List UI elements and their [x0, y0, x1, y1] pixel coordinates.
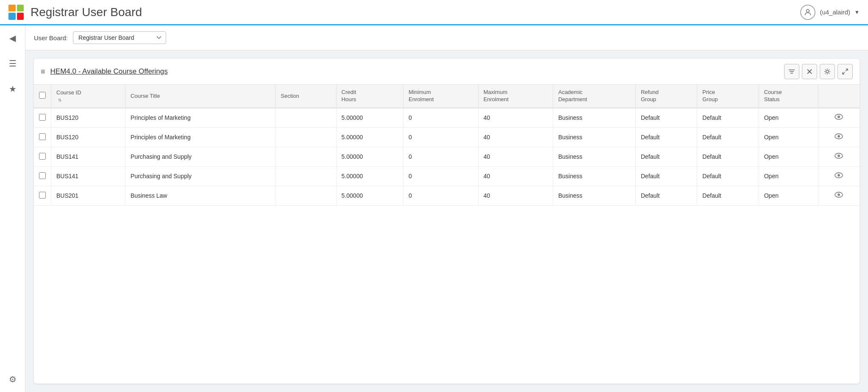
svg-point-0: [807, 9, 810, 12]
left-sidebar: ◀ ☰ ★ ⚙: [0, 25, 25, 392]
toolbar-buttons: [784, 64, 853, 79]
th-price-group: Price Group: [697, 85, 759, 108]
list-view-icon[interactable]: ≡: [41, 67, 45, 76]
cell-course-id-3: BUS141: [51, 166, 125, 186]
cell-min-enrolment-3: 0: [403, 166, 479, 186]
table-container: ≡ HEM4.0 - Available Course Offerings: [34, 59, 860, 384]
cell-refund-group-0: Default: [635, 108, 697, 128]
cell-credit-hours-3: 5.00000: [336, 166, 403, 186]
cell-course-id-1: BUS120: [51, 127, 125, 147]
th-min-enrolment: Minimum Enrolment: [403, 85, 479, 108]
th-section: Section: [275, 85, 336, 108]
th-max-enrolment-label1: Maximum: [484, 89, 548, 96]
user-avatar-icon[interactable]: [800, 5, 815, 20]
board-bar-label: User Board:: [34, 34, 68, 41]
row-checkbox-1[interactable]: [39, 133, 46, 140]
table-header-bar: ≡ HEM4.0 - Available Course Offerings: [34, 59, 860, 85]
logo-cell-orange: [8, 5, 16, 12]
svg-point-10: [837, 116, 840, 118]
expand-button[interactable]: [837, 64, 853, 79]
th-max-enrolment: Maximum Enrolment: [478, 85, 553, 108]
row-checkbox-4[interactable]: [39, 192, 46, 199]
th-course-status-label1: Course: [764, 89, 813, 96]
sidebar-menu-icon[interactable]: ☰: [4, 55, 21, 72]
cell-academic-dept-3: Business: [553, 166, 636, 186]
cell-min-enrolment-4: 0: [403, 186, 479, 205]
table-row: BUS141 Purchasing and Supply 5.00000 0 4…: [34, 166, 860, 186]
cell-price-group-1: Default: [697, 127, 759, 147]
row-checkbox-0[interactable]: [39, 114, 46, 121]
cell-price-group-3: Default: [697, 166, 759, 186]
settings-button[interactable]: [820, 64, 835, 79]
cell-course-title-0: Principles of Marketing: [125, 108, 275, 128]
th-max-enrolment-label2: Enrolment: [484, 96, 548, 103]
th-course-id-label: Course ID: [56, 89, 120, 97]
row-checkbox-2[interactable]: [39, 153, 46, 160]
cell-section-3: [275, 166, 336, 186]
view-row-icon-1[interactable]: [834, 133, 843, 141]
th-academic-dept-label2: Department: [558, 96, 630, 103]
course-id-sort-icon: ⇅: [58, 98, 61, 102]
view-row-icon-3[interactable]: [834, 172, 843, 180]
cell-academic-dept-4: Business: [553, 186, 636, 205]
table-header-row: Course ID ⇅ Course Title Section: [34, 85, 860, 108]
row-checkbox-cell[interactable]: [34, 186, 51, 205]
user-area: (u4_alaird) ▼: [800, 5, 860, 20]
cell-actions-2[interactable]: [818, 147, 860, 166]
user-dropdown-arrow[interactable]: ▼: [854, 9, 860, 15]
logo-cell-blue: [8, 13, 16, 20]
th-refund-group-label2: Group: [641, 96, 692, 103]
cell-max-enrolment-2: 40: [478, 147, 553, 166]
cell-min-enrolment-2: 0: [403, 147, 479, 166]
sidebar-collapse-button[interactable]: ◀: [4, 30, 21, 47]
cell-course-title-2: Purchasing and Supply: [125, 147, 275, 166]
cell-credit-hours-1: 5.00000: [336, 127, 403, 147]
courses-table: Course ID ⇅ Course Title Section: [34, 85, 860, 206]
cell-actions-0[interactable]: [818, 108, 860, 128]
th-section-label: Section: [281, 93, 299, 99]
sidebar-favorites-icon[interactable]: ★: [4, 80, 21, 97]
th-academic-dept: Academic Department: [553, 85, 636, 108]
cell-course-status-4: Open: [759, 186, 818, 205]
sidebar-settings-icon[interactable]: ⚙: [4, 371, 21, 388]
cell-actions-4[interactable]: [818, 186, 860, 205]
user-board-select[interactable]: Registrar User Board: [73, 31, 166, 44]
table-scroll-area: Course ID ⇅ Course Title Section: [34, 85, 860, 384]
table-row: BUS120 Principles of Marketing 5.00000 0…: [34, 127, 860, 147]
th-select-all[interactable]: [34, 85, 51, 108]
clear-button[interactable]: [802, 64, 817, 79]
cell-price-group-0: Default: [697, 108, 759, 128]
th-actions: [818, 85, 860, 108]
cell-refund-group-3: Default: [635, 166, 697, 186]
top-header: Registrar User Board (u4_alaird) ▼: [0, 0, 868, 25]
row-checkbox-cell[interactable]: [34, 108, 51, 128]
row-checkbox-3[interactable]: [39, 172, 46, 179]
select-all-checkbox[interactable]: [39, 92, 46, 99]
th-course-status: Course Status: [759, 85, 818, 108]
cell-actions-3[interactable]: [818, 166, 860, 186]
cell-refund-group-1: Default: [635, 127, 697, 147]
cell-course-title-3: Purchasing and Supply: [125, 166, 275, 186]
cell-actions-1[interactable]: [818, 127, 860, 147]
th-credit-hours-label2: Hours: [342, 96, 398, 103]
logo-cell-red: [17, 13, 24, 20]
view-row-icon-4[interactable]: [834, 191, 843, 200]
row-checkbox-cell[interactable]: [34, 166, 51, 186]
view-row-icon-0[interactable]: [834, 113, 843, 122]
row-checkbox-cell[interactable]: [34, 147, 51, 166]
th-course-id[interactable]: Course ID ⇅: [51, 85, 125, 108]
filter-button[interactable]: [784, 64, 799, 79]
cell-max-enrolment-0: 40: [478, 108, 553, 128]
app-title: Registrar User Board: [31, 6, 800, 19]
cell-academic-dept-2: Business: [553, 147, 636, 166]
row-checkbox-cell[interactable]: [34, 127, 51, 147]
cell-credit-hours-0: 5.00000: [336, 108, 403, 128]
cell-refund-group-4: Default: [635, 186, 697, 205]
view-row-icon-2[interactable]: [834, 152, 843, 161]
th-price-group-label1: Price: [702, 89, 753, 96]
svg-point-12: [837, 135, 840, 138]
svg-point-16: [837, 174, 840, 177]
cell-max-enrolment-1: 40: [478, 127, 553, 147]
cell-course-status-0: Open: [759, 108, 818, 128]
th-credit-hours: Credit Hours: [336, 85, 403, 108]
